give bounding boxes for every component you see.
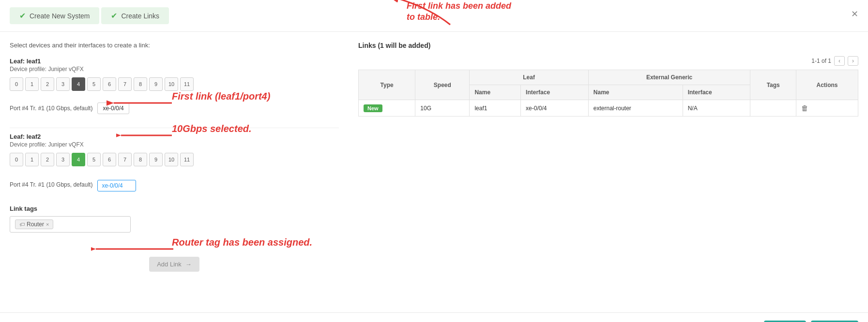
add-link-button[interactable]: Add Link → — [149, 257, 199, 272]
leaf2-port-11[interactable]: 11 — [180, 153, 194, 166]
left-panel: Select devices and their interfaces to c… — [10, 42, 339, 303]
th-external-interface: Interface — [683, 85, 750, 100]
row-external-interface: N/A — [683, 100, 750, 117]
leaf1-port-10[interactable]: 10 — [165, 77, 178, 91]
leaf1-port-7[interactable]: 7 — [118, 77, 132, 91]
leaf2-port-6[interactable]: 6 — [103, 153, 116, 166]
arrow-annotation-svg — [329, 0, 474, 44]
step-create-new-system-label: Create New System — [30, 12, 90, 20]
th-tags: Tags — [750, 70, 796, 100]
th-actions: Actions — [796, 70, 858, 100]
leaf2-port-8[interactable]: 8 — [134, 153, 147, 166]
leaf1-section: Leaf: leaf1 Device profile: Juniper vQFX… — [10, 58, 339, 119]
leaf1-port-8[interactable]: 8 — [134, 77, 147, 91]
th-leaf-interface: Interface — [521, 85, 589, 100]
table-row: New 10G leaf1 xe-0/0/4 external-router N… — [359, 100, 858, 117]
th-leaf-group: Leaf — [470, 70, 588, 85]
right-panel: Links (1 will be added) 1-1 of 1 ‹ › Typ… — [353, 42, 858, 303]
delete-row-button[interactable]: 🗑 — [801, 104, 808, 112]
leaf1-port-2[interactable]: 2 — [41, 77, 54, 91]
leaf2-port-5[interactable]: 5 — [87, 153, 101, 166]
check-icon-step2: ✔ — [111, 11, 117, 20]
close-button[interactable]: ✕ — [851, 9, 858, 19]
row-leaf-name: leaf1 — [470, 100, 521, 117]
link-tags-label: Link tags — [10, 205, 339, 212]
leaf1-port-0[interactable]: 0 — [10, 77, 23, 91]
footer: Back Create — [0, 312, 868, 322]
th-external-name: Name — [588, 85, 683, 100]
leaf2-name-label: Leaf: leaf2 — [10, 133, 339, 140]
leaf1-port-interface-badge: xe-0/0/4 — [97, 102, 129, 114]
add-link-wrapper: Add Link → — [10, 247, 339, 281]
leaf2-port-4[interactable]: 4 — [72, 153, 85, 166]
link-tags-section: Link tags 🏷 Router × — [10, 205, 339, 233]
table-group-header-row: Type Speed Leaf External Generic Tags Ac… — [359, 70, 858, 85]
check-icon-step1: ✔ — [19, 11, 26, 20]
leaf1-port-3[interactable]: 3 — [56, 77, 70, 91]
leaf2-port-10[interactable]: 10 — [165, 153, 178, 166]
tag-chip-label: Router — [27, 221, 44, 228]
leaf1-name-label: Leaf: leaf1 — [10, 58, 339, 65]
instruction-text: Select devices and their interfaces to c… — [10, 42, 339, 49]
th-type: Type — [359, 70, 415, 100]
leaf1-port-4[interactable]: 4 — [72, 77, 85, 91]
row-external-name: external-router — [588, 100, 683, 117]
tags-input-area[interactable]: 🏷 Router × — [10, 216, 131, 233]
modal-container: ✔ Create New System ✔ Create Links ✕ Sel… — [0, 0, 868, 322]
tag-chip-router: 🏷 Router × — [15, 220, 53, 229]
add-link-arrow-icon: → — [185, 261, 192, 268]
leaf1-port-info-label: Port #4 Tr. #1 (10 Gbps, default) — [10, 105, 92, 112]
leaf2-port-0[interactable]: 0 — [10, 153, 23, 166]
row-leaf-interface: xe-0/0/4 — [521, 100, 589, 117]
row-actions: 🗑 — [796, 100, 858, 117]
leaf1-port-5[interactable]: 5 — [87, 77, 101, 91]
links-table: Type Speed Leaf External Generic Tags Ac… — [358, 70, 858, 117]
th-speed: Speed — [415, 70, 470, 100]
leaf1-port-1[interactable]: 1 — [25, 77, 39, 91]
leaf1-port-11[interactable]: 11 — [180, 77, 194, 91]
leaf2-port-interface-input[interactable] — [97, 180, 136, 191]
row-type: New — [359, 100, 415, 117]
pagination-text: 1-1 of 1 — [811, 58, 831, 64]
row-tags — [750, 100, 796, 117]
content-area: Select devices and their interfaces to c… — [0, 32, 868, 312]
leaf1-port-6[interactable]: 6 — [103, 77, 116, 91]
tag-icon: 🏷 — [19, 221, 25, 227]
add-link-label: Add Link — [157, 261, 182, 268]
leaf1-port-info-row: Port #4 Tr. #1 (10 Gbps, default) xe-0/0… — [10, 98, 339, 119]
leaf2-port-grid: 0 1 2 3 4 5 6 7 8 9 10 11 — [10, 153, 339, 166]
step-create-new-system[interactable]: ✔ Create New System — [10, 7, 99, 24]
leaf2-port-info-label: Port #4 Tr. #1 (10 Gbps, default) — [10, 181, 92, 188]
row-speed: 10G — [415, 100, 470, 117]
leaf2-profile: Device profile: Juniper vQFX — [10, 141, 339, 148]
step-create-links[interactable]: ✔ Create Links — [101, 7, 169, 24]
tag-chip-close[interactable]: × — [46, 221, 49, 227]
leaf2-section: Leaf: leaf2 Device profile: Juniper vQFX… — [10, 133, 339, 196]
page-next-btn[interactable]: › — [848, 56, 858, 66]
leaf1-port-grid: 0 1 2 3 4 5 6 7 8 9 10 11 — [10, 77, 339, 91]
pagination-row: 1-1 of 1 ‹ › — [358, 56, 858, 66]
th-external-group: External Generic — [588, 70, 750, 85]
step-create-links-label: Create Links — [121, 12, 159, 20]
leaf2-port-info-row: Port #4 Tr. #1 (10 Gbps, default) — [10, 173, 339, 196]
page-prev-btn[interactable]: ‹ — [834, 56, 845, 66]
leaf2-port-7[interactable]: 7 — [118, 153, 132, 166]
leaf2-port-2[interactable]: 2 — [41, 153, 54, 166]
leaf1-profile: Device profile: Juniper vQFX — [10, 66, 339, 73]
leaf2-port-1[interactable]: 1 — [25, 153, 39, 166]
leaf2-port-9[interactable]: 9 — [149, 153, 163, 166]
leaf1-port-9[interactable]: 9 — [149, 77, 163, 91]
th-leaf-name: Name — [470, 85, 521, 100]
badge-new: New — [364, 104, 382, 112]
leaf2-port-3[interactable]: 3 — [56, 153, 70, 166]
